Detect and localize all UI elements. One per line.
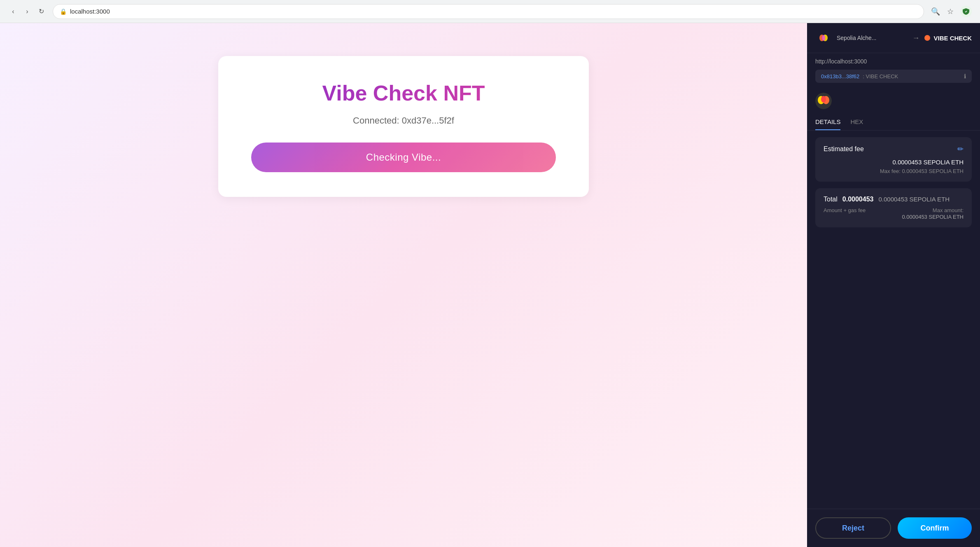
tab-hex[interactable]: HEX bbox=[850, 114, 863, 130]
svg-point-3 bbox=[822, 35, 825, 41]
dapp-name-text: VIBE CHECK bbox=[933, 35, 972, 42]
total-row: Total 0.0000453 0.0000453 SEPOLIA ETH bbox=[824, 196, 964, 203]
connected-address: Connected: 0xd37e...5f2f bbox=[251, 115, 556, 126]
svg-point-7 bbox=[821, 96, 826, 103]
dapp-name: VIBE CHECK bbox=[924, 35, 972, 42]
edit-fee-icon[interactable]: ✏ bbox=[957, 145, 964, 154]
web-app-panel: Vibe Check NFT Connected: 0xd37e...5f2f … bbox=[0, 23, 807, 547]
info-icon[interactable]: ℹ bbox=[964, 73, 966, 79]
max-amount-label: Max amount: bbox=[933, 207, 964, 213]
mm-url: http://localhost:3000 bbox=[807, 53, 980, 70]
app-title: Vibe Check NFT bbox=[251, 81, 556, 105]
main-content: Vibe Check NFT Connected: 0xd37e...5f2f … bbox=[0, 23, 980, 547]
estimated-fee-card: Estimated fee ✏ 0.0000453 SEPOLIA ETH Ma… bbox=[815, 137, 972, 182]
max-amount-value: 0.0000453 SEPOLIA ETH bbox=[902, 214, 964, 220]
forward-icon[interactable]: › bbox=[22, 7, 32, 16]
total-label: Total bbox=[824, 196, 838, 203]
checking-vibe-button[interactable]: Checking Vibe... bbox=[251, 143, 556, 172]
mm-identicon bbox=[815, 93, 832, 109]
reload-icon[interactable]: ↻ bbox=[36, 7, 46, 16]
mm-footer: Reject Confirm bbox=[807, 509, 980, 547]
fee-max: Max fee: 0.0000453 SEPOLIA ETH bbox=[824, 168, 964, 174]
mm-header: Sepolia Alche... → VIBE CHECK bbox=[807, 23, 980, 53]
total-eth-amount: 0.0000453 SEPOLIA ETH bbox=[878, 196, 950, 203]
fee-amount: 0.0000453 SEPOLIA ETH bbox=[824, 159, 964, 166]
tab-details[interactable]: DETAILS bbox=[815, 114, 840, 130]
arrow-icon: → bbox=[912, 34, 919, 42]
browser-bar: ‹ › ↻ 🔒 localhost:3000 🔍 ☆ bbox=[0, 0, 980, 23]
vibe-check-dot bbox=[924, 35, 930, 41]
max-fee-amount: 0.0000453 SEPOLIA ETH bbox=[902, 168, 964, 174]
metamask-extension-icon[interactable] bbox=[960, 6, 972, 17]
fee-header: Estimated fee ✏ bbox=[824, 145, 964, 154]
confirm-button[interactable]: Confirm bbox=[898, 517, 972, 539]
total-bold-amount: 0.0000453 bbox=[842, 196, 874, 203]
bookmark-icon[interactable]: ☆ bbox=[945, 7, 955, 16]
network-info: Sepolia Alche... bbox=[837, 35, 907, 41]
search-icon[interactable]: 🔍 bbox=[931, 7, 940, 16]
nav-icons: ‹ › ↻ bbox=[8, 7, 46, 16]
max-fee-label: Max fee: bbox=[880, 168, 901, 174]
max-amount-block: Max amount: 0.0000453 SEPOLIA ETH bbox=[902, 206, 964, 220]
fee-title: Estimated fee bbox=[824, 145, 864, 153]
browser-actions: 🔍 ☆ bbox=[931, 6, 972, 17]
app-card: Vibe Check NFT Connected: 0xd37e...5f2f … bbox=[218, 56, 589, 197]
amount-gas-label: Amount + gas fee bbox=[824, 207, 866, 213]
network-name: Sepolia Alche... bbox=[837, 35, 907, 41]
total-sub-row: Amount + gas fee Max amount: 0.0000453 S… bbox=[824, 206, 964, 220]
address-bar[interactable]: 🔒 localhost:3000 bbox=[53, 4, 924, 19]
account-badge: 0x813b3...38f62 : VIBE CHECK ℹ bbox=[815, 70, 972, 83]
metamask-panel: Sepolia Alche... → VIBE CHECK http://loc… bbox=[807, 23, 980, 547]
lock-icon: 🔒 bbox=[60, 8, 67, 15]
back-icon[interactable]: ‹ bbox=[8, 7, 18, 16]
mm-tabs: DETAILS HEX bbox=[807, 114, 980, 131]
account-address: 0x813b3...38f62 bbox=[821, 73, 859, 79]
total-card: Total 0.0000453 0.0000453 SEPOLIA ETH Am… bbox=[815, 188, 972, 227]
mm-body: Estimated fee ✏ 0.0000453 SEPOLIA ETH Ma… bbox=[807, 131, 980, 509]
metamask-logo bbox=[815, 30, 832, 46]
url-text: localhost:3000 bbox=[70, 8, 110, 15]
account-label: : VIBE CHECK bbox=[863, 73, 898, 79]
reject-button[interactable]: Reject bbox=[815, 517, 891, 539]
